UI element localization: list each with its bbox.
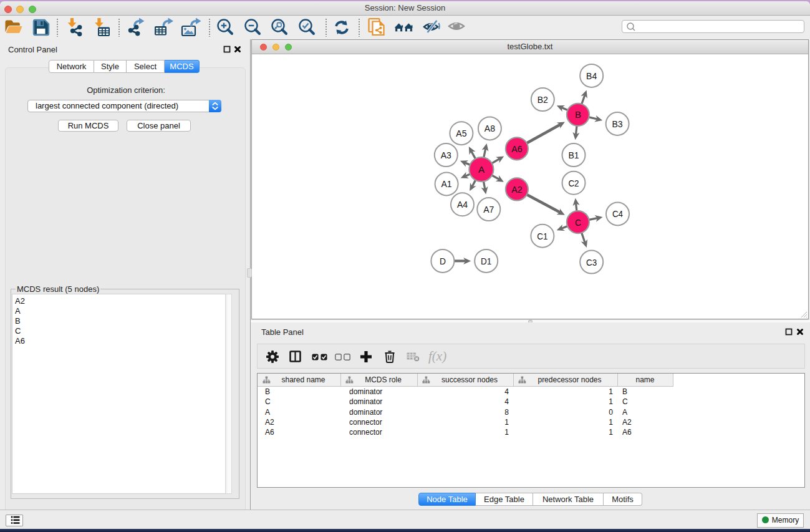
svg-text:A3: A3 (441, 150, 451, 160)
svg-text:B: B (575, 109, 581, 120)
svg-text:C4: C4 (612, 208, 624, 219)
svg-text:A4: A4 (457, 199, 468, 210)
svg-text:C1: C1 (537, 231, 547, 241)
svg-text:B4: B4 (586, 70, 597, 81)
svg-text:A6: A6 (511, 143, 522, 154)
svg-text:B2: B2 (538, 94, 548, 105)
svg-text:A5: A5 (456, 128, 466, 138)
svg-text:A1: A1 (441, 178, 452, 189)
svg-text:A: A (478, 164, 485, 175)
svg-text:A7: A7 (483, 204, 494, 215)
svg-text:C: C (575, 217, 581, 228)
svg-text:C3: C3 (586, 257, 597, 268)
svg-text:D1: D1 (481, 256, 491, 266)
svg-text:B3: B3 (612, 118, 623, 129)
svg-text:D: D (440, 256, 446, 266)
svg-text:B1: B1 (568, 150, 579, 160)
svg-text:A8: A8 (485, 123, 495, 133)
svg-text:C2: C2 (568, 178, 579, 188)
svg-text:A2: A2 (511, 184, 522, 195)
